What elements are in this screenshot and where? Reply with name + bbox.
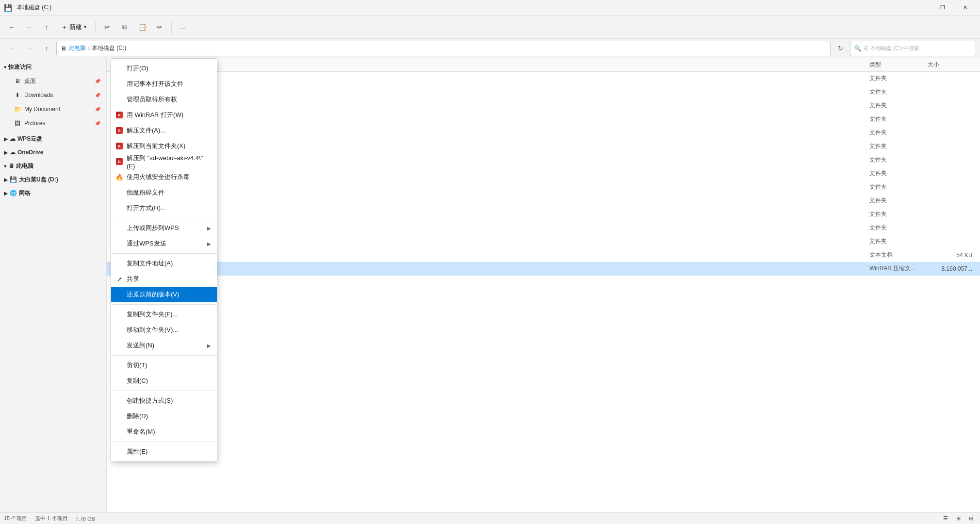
view-large-btn[interactable]: ⊞ [953,514,964,524]
file-row[interactable]: 📁 PerfLogs 文件夹 [107,167,980,180]
context-menu-item[interactable]: 上传或同步到WPS [111,220,217,236]
file-row[interactable]: 📁 Kugou 文件夹 [107,140,980,153]
context-menu-item[interactable]: 还原以前的版本(V) [111,287,217,302]
pin-icon: 📌 [95,79,100,84]
sidebar-item-mydoc[interactable]: 📁 My Document 📌 [2,102,104,116]
context-menu-item[interactable]: R用 WinRAR 打开(W) [111,107,217,123]
sidebar-group-onedrive[interactable]: ▶ ☁ OneDrive [0,146,106,159]
ctx-item-icon: 🔥 [115,173,124,181]
bigdisk-icon: 💾 [10,176,17,183]
file-row[interactable]: 📁 自定义生成预设 文件夹 [107,235,980,248]
onedrive-expand-icon: ▶ [4,150,8,155]
file-type-cell: 文件夹 [869,210,928,218]
file-type-cell: 文件夹 [869,183,928,191]
ctx-item-label: 还原以前的版本(V) [127,290,179,299]
context-menu-item[interactable]: R解压到当前文件夹(X) [111,138,217,154]
up-button[interactable]: ↑ [39,19,54,35]
file-name-cell: 用户 [123,224,869,232]
file-row[interactable]: 📁 Program Files 文件夹 [107,180,980,194]
file-type-cell: 文件夹 [869,142,928,150]
context-menu-item[interactable]: 复制(C) [111,373,217,389]
sidebar-group-wps[interactable]: ▶ ☁ WPS云盘 [0,132,106,146]
file-row[interactable]: 📁 360安全浏览器 文件夹 [107,85,980,99]
copy-button[interactable]: ⧉ [117,19,132,35]
file-type-cell: 文件夹 [869,156,928,164]
maximize-button[interactable]: ❐ [931,0,954,16]
file-row[interactable]: 📄 install.log 文本文档 54 KB [107,248,980,262]
status-bar: 15 个项目 选中 1 个项目 7.78 GB ☰ ⊞ ⊟ [0,512,980,524]
view-small-btn[interactable]: ⊟ [965,514,976,524]
refresh-button[interactable]: ↻ [833,41,848,56]
file-row[interactable]: 📁 KDubaSoftDov 文件夹 [107,126,980,140]
ctx-item-label: 解压到当前文件夹(X) [127,142,185,150]
cut-button[interactable]: ✂ [99,19,115,35]
sidebar-group-bigdisk[interactable]: ▶ 💾 大白菜U盘 (D:) [0,173,106,186]
file-row[interactable]: 📁 Windows 文件夹 [107,208,980,221]
file-row[interactable]: 📁 AndrowsData 文件夹 [107,99,980,113]
context-menu-item[interactable]: 发送到(N) [111,338,217,353]
context-menu-item[interactable]: 🔥使用火绒安全进行杀毒 [111,169,217,185]
context-menu-item[interactable]: 重命名(M) [111,424,217,440]
more-button[interactable]: ... [176,18,191,36]
context-menu-item[interactable]: 管理员取得所有权 [111,92,217,107]
file-row[interactable]: 📁 cgmagic 文件夹 [107,113,980,126]
thispc-expand-icon: ▾ [4,164,6,169]
sidebar-item-downloads[interactable]: ⬇ Downloads 📌 [2,88,104,102]
breadcrumb[interactable]: 🖥 此电脑 › 本地磁盘 (C:) [56,41,831,56]
file-row[interactable]: 📁 360Downloads 文件夹 [107,72,980,85]
context-menu-item[interactable]: R解压文件(A)... [111,123,217,138]
context-menu-item[interactable]: 移动到文件夹(V)... [111,322,217,338]
col-header-size: 大小 [928,61,976,69]
context-menu-item[interactable]: 复制文件地址(A) [111,256,217,271]
context-menu-item[interactable]: 复制到文件夹(F)... [111,307,217,322]
search-box[interactable]: 🔍 在 本地磁盘 (C:) 中搜索 [850,41,976,56]
nav-back[interactable]: ← [4,41,19,56]
sidebar-group-network[interactable]: ▶ 🌐 网络 [0,186,106,200]
paste-button[interactable]: 📋 [134,19,150,35]
minimize-button[interactable]: ─ [909,0,931,16]
file-name-cell: sd-webui-aki-v [123,265,869,272]
ctx-item-label: 移动到文件夹(V)... [127,326,178,334]
file-row[interactable]: R sd-webui-aki-v WinRAR 压缩文... 8,160,057… [107,262,980,276]
sidebar-group-thispc[interactable]: ▾ 🖥 此电脑 [0,159,106,173]
rename-button[interactable]: ✏ [152,19,167,35]
context-menu-separator [111,253,217,254]
context-menu-item[interactable]: 属性(E) [111,444,217,459]
view-details-btn[interactable]: ☰ [940,514,951,524]
ctx-item-label: 复制文件地址(A) [127,259,173,268]
context-menu-item[interactable]: ↗共享 [111,271,217,287]
sidebar-item-desktop[interactable]: 🖥 桌面 📌 [2,74,104,88]
context-menu-item[interactable]: 打开方式(H)... [111,200,217,216]
close-button[interactable]: ✕ [954,0,976,16]
file-name-cell: 自定义生成预设 [123,237,869,246]
context-menu-item[interactable]: 打开(O) [111,61,217,76]
file-name-cell: AndrowsData [123,102,869,109]
file-row[interactable]: 📁 MyDrivers 文件夹 [107,153,980,167]
ctx-item-label: 发送到(N) [127,341,154,350]
status-selected: 选中 1 个项目 [35,515,67,522]
file-name-cell: KDubaSoftDov [123,130,869,136]
context-menu-item[interactable]: 剪切(T) [111,358,217,373]
context-menu-item[interactable]: 删除(D) [111,409,217,424]
ctx-item-label: 删除(D) [127,412,148,421]
nav-up[interactable]: ↑ [39,41,54,56]
context-menu-item[interactable]: 通过WPS发送 [111,236,217,251]
context-menu-item[interactable]: R解压到 "sd-webui-aki-v4.4\"(E) [111,154,217,169]
wps-icon: ☁ [10,135,16,142]
file-row[interactable]: 📁 用户 文件夹 [107,221,980,235]
sidebar-group-quick-access[interactable]: ▾ 快速访问 [0,60,106,74]
new-button[interactable]: ＋ 新建 ▾ [56,18,91,36]
sidebar-item-pictures[interactable]: 🖼 Pictures 📌 [2,116,104,130]
back-button[interactable]: ← [4,19,19,35]
pin-icon-dl: 📌 [95,93,100,98]
file-name-cell: Kugou [123,143,869,150]
ctx-item-label: 解压文件(A)... [127,126,165,135]
nav-forward[interactable]: → [21,41,37,56]
context-menu-item[interactable]: 痴魔粉碎文件 [111,185,217,200]
context-menu-item[interactable]: 创建快捷方式(S) [111,393,217,409]
file-row[interactable]: 📁 Program Files (x86) 文件夹 [107,194,980,208]
context-menu-item[interactable]: 用记事本打开该文件 [111,76,217,92]
forward-button[interactable]: → [21,19,37,35]
file-type-cell: 文件夹 [869,169,928,178]
mydoc-icon: 📁 [14,105,21,113]
